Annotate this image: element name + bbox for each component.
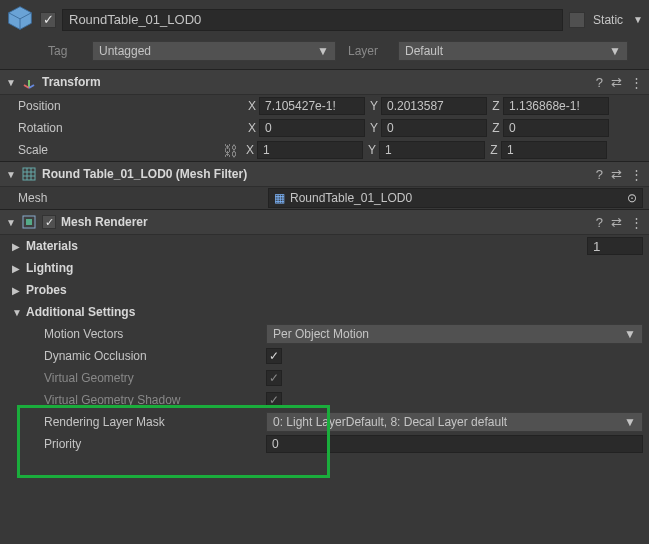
- meshrenderer-title: Mesh Renderer: [61, 215, 591, 229]
- lighting-foldout[interactable]: ▶: [12, 263, 22, 274]
- kebab-menu-icon[interactable]: ⋮: [630, 167, 643, 182]
- rotation-z-input[interactable]: [503, 119, 609, 137]
- gameobject-cube-icon[interactable]: [6, 4, 34, 35]
- virtual-geometry-shadow-checkbox[interactable]: ✓: [266, 392, 282, 408]
- priority-label: Priority: [44, 437, 266, 451]
- static-label: Static: [593, 13, 623, 27]
- materials-label: Materials: [26, 239, 78, 253]
- object-picker-icon[interactable]: ⊙: [624, 190, 640, 206]
- rendering-layer-mask-label: Rendering Layer Mask: [44, 415, 266, 429]
- preset-icon[interactable]: ⇄: [611, 215, 622, 230]
- mesh-icon: ▦: [274, 191, 285, 205]
- rotation-y-input[interactable]: [381, 119, 487, 137]
- meshfilter-icon: [21, 166, 37, 182]
- gameobject-active-checkbox[interactable]: ✓: [40, 12, 56, 28]
- z-label: Z: [487, 143, 501, 157]
- y-label: Y: [365, 143, 379, 157]
- gameobject-name-input[interactable]: [62, 9, 563, 31]
- static-checkbox[interactable]: [569, 12, 585, 28]
- static-dropdown-arrow[interactable]: ▼: [633, 14, 643, 25]
- rotation-label: Rotation: [18, 121, 245, 135]
- y-label: Y: [367, 121, 381, 135]
- materials-foldout[interactable]: ▶: [12, 241, 22, 252]
- rendering-layer-mask-value: 0: Light LayerDefault, 8: Decal Layer de…: [273, 415, 507, 429]
- x-label: X: [245, 121, 259, 135]
- transform-foldout[interactable]: ▼: [6, 77, 16, 88]
- meshfilter-title: Round Table_01_LOD0 (Mesh Filter): [42, 167, 591, 181]
- svg-rect-5: [23, 168, 35, 180]
- z-label: Z: [489, 99, 503, 113]
- transform-title: Transform: [42, 75, 591, 89]
- priority-input[interactable]: [266, 435, 643, 453]
- preset-icon[interactable]: ⇄: [611, 167, 622, 182]
- preset-icon[interactable]: ⇄: [611, 75, 622, 90]
- constrain-proportions-icon[interactable]: ⛓: [223, 142, 238, 159]
- rotation-x-input[interactable]: [259, 119, 365, 137]
- chevron-down-icon: ▼: [624, 415, 636, 429]
- chevron-down-icon: ▼: [609, 44, 621, 58]
- position-x-input[interactable]: [259, 97, 365, 115]
- layer-dropdown[interactable]: Default ▼: [398, 41, 628, 61]
- additional-settings-foldout[interactable]: ▼: [12, 307, 22, 318]
- tag-label: Tag: [48, 44, 86, 58]
- position-y-input[interactable]: [381, 97, 487, 115]
- help-icon[interactable]: ?: [596, 167, 603, 182]
- help-icon[interactable]: ?: [596, 215, 603, 230]
- scale-z-input[interactable]: [501, 141, 607, 159]
- scale-x-input[interactable]: [257, 141, 363, 159]
- lighting-label: Lighting: [26, 261, 73, 275]
- scale-y-input[interactable]: [379, 141, 485, 159]
- layer-label: Layer: [348, 44, 392, 58]
- mesh-label: Mesh: [18, 191, 268, 205]
- mesh-object-field[interactable]: ▦ RoundTable_01_LOD0 ⊙: [268, 188, 643, 208]
- probes-label: Probes: [26, 283, 67, 297]
- z-label: Z: [489, 121, 503, 135]
- virtual-geometry-checkbox[interactable]: ✓: [266, 370, 282, 386]
- motion-vectors-value: Per Object Motion: [273, 327, 369, 341]
- transform-icon: [21, 74, 37, 90]
- kebab-menu-icon[interactable]: ⋮: [630, 75, 643, 90]
- meshrenderer-icon: [21, 214, 37, 230]
- position-z-input[interactable]: [503, 97, 609, 115]
- help-icon[interactable]: ?: [596, 75, 603, 90]
- mesh-value: RoundTable_01_LOD0: [290, 191, 412, 205]
- y-label: Y: [367, 99, 381, 113]
- additional-settings-label: Additional Settings: [26, 305, 135, 319]
- x-label: X: [245, 99, 259, 113]
- layer-value: Default: [405, 44, 443, 58]
- motion-vectors-dropdown[interactable]: Per Object Motion ▼: [266, 324, 643, 344]
- probes-foldout[interactable]: ▶: [12, 285, 22, 296]
- rendering-layer-mask-dropdown[interactable]: 0: Light LayerDefault, 8: Decal Layer de…: [266, 412, 643, 432]
- tag-dropdown[interactable]: Untagged ▼: [92, 41, 336, 61]
- dynamic-occlusion-label: Dynamic Occlusion: [44, 349, 266, 363]
- meshfilter-foldout[interactable]: ▼: [6, 169, 16, 180]
- chevron-down-icon: ▼: [624, 327, 636, 341]
- scale-label: Scale: [18, 143, 223, 157]
- svg-rect-11: [26, 219, 32, 225]
- virtual-geometry-label: Virtual Geometry: [44, 371, 266, 385]
- meshrenderer-enable-checkbox[interactable]: ✓: [42, 215, 56, 229]
- tag-value: Untagged: [99, 44, 151, 58]
- dynamic-occlusion-checkbox[interactable]: ✓: [266, 348, 282, 364]
- materials-count-input[interactable]: [587, 237, 643, 255]
- x-label: X: [243, 143, 257, 157]
- position-label: Position: [18, 99, 245, 113]
- kebab-menu-icon[interactable]: ⋮: [630, 215, 643, 230]
- motion-vectors-label: Motion Vectors: [44, 327, 266, 341]
- virtual-geometry-shadow-label: Virtual Geometry Shadow: [44, 393, 266, 407]
- chevron-down-icon: ▼: [317, 44, 329, 58]
- meshrenderer-foldout[interactable]: ▼: [6, 217, 16, 228]
